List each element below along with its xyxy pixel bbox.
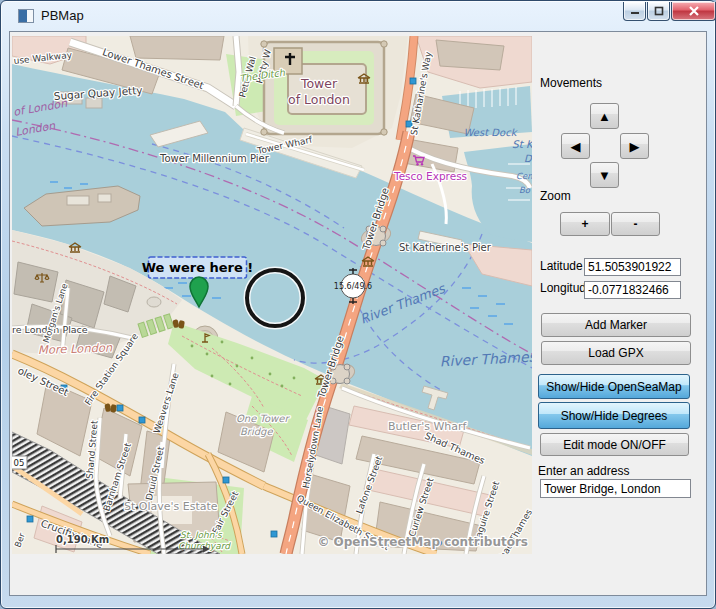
edit-mode-button[interactable]: Edit mode ON/OFF [540,433,689,456]
load-gpx-button[interactable]: Load GPX [541,341,691,365]
label-st-johns-1: St. John's [180,530,223,540]
minimize-button[interactable] [623,2,646,21]
latitude-label: Latitude [540,259,583,273]
title-bar[interactable]: PBMap [1,1,715,31]
label-one-tower-2: Bridge [240,426,273,438]
we-were-here-label: We were here ! [142,260,254,275]
move-right-button[interactable]: ▶ [620,133,649,159]
we-were-here-marker: We were here ! [142,257,254,278]
label-west-dock: West Dock [464,127,519,138]
map-view[interactable]: 15.6/49.6 [12,36,532,554]
scale-label: 0,190 Km [56,534,109,545]
close-button[interactable] [671,2,716,21]
move-down-button[interactable]: ▼ [590,162,619,188]
map-canvas: 15.6/49.6 [12,36,532,554]
label-tower-1: Tower [300,76,338,91]
add-marker-button[interactable]: Add Marker [541,313,691,337]
latitude-input[interactable] [584,258,681,276]
move-left-button[interactable]: ◀ [561,133,590,159]
label-one-tower-1: One Tower [236,413,290,424]
maximize-icon [653,5,665,17]
app-window: PBMap [0,0,716,609]
zoom-out-button[interactable]: - [611,212,660,236]
label-millennium-pier: Tower Millennium Pier [159,153,270,164]
maximize-button[interactable] [647,2,670,21]
window-title: PBMap [41,8,84,23]
label-tesco: Tesco Express [393,170,467,182]
zoom-label: Zoom [540,189,571,203]
toggle-degrees-button[interactable]: Show/Hide Degrees [538,402,690,429]
zoom-in-button[interactable]: + [560,212,610,236]
label-st-ka: St Ka [512,138,532,150]
label-st-olaves: St Olave's Estate [124,500,218,513]
label-d: D [524,153,532,164]
label-bo: Bo [519,185,531,195]
caption-buttons [623,2,716,21]
minimize-icon [629,5,641,17]
svg-text:05: 05 [14,458,25,468]
toggle-openseamap-button[interactable]: Show/Hide OpenSeaMap [538,374,690,399]
app-icon [18,9,34,23]
window-content: 15.6/49.6 [9,31,707,596]
address-input[interactable] [540,479,691,498]
road-shield: 05 [12,456,27,469]
move-up-button[interactable]: ▲ [590,103,619,129]
label-cen: Cen [516,171,532,181]
bridge-clearance-label: 15.6/49.6 [334,282,372,291]
movements-label: Movements [540,76,602,90]
map-attribution: © OpenStreetMap contributors [317,535,528,549]
label-st-katherines-pier: St Katherine's Pier [399,242,492,253]
label-tower-2: of London [288,92,350,107]
close-icon [688,5,700,17]
longitude-input[interactable] [584,281,681,299]
address-label: Enter an address [538,464,629,478]
